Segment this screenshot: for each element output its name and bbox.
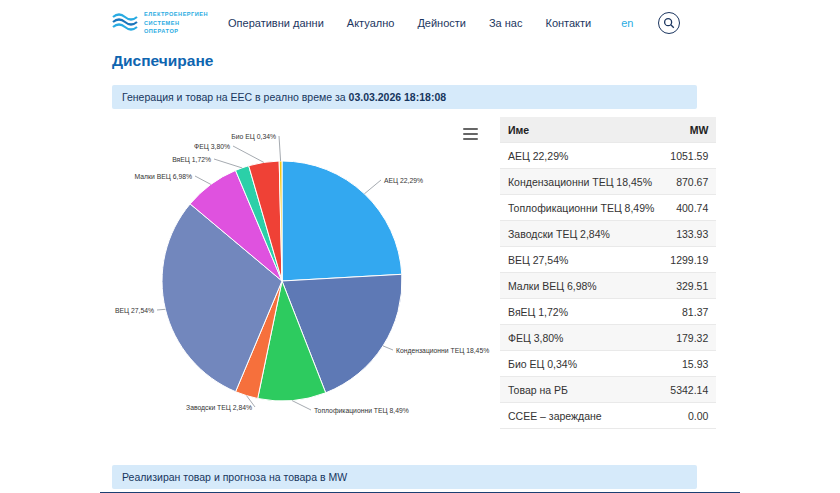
row-name-cell: Био ЕЦ 0,34% [500, 351, 662, 377]
chart-and-table-row: АЕЦ 22,29%Кондензационни ТЕЦ 18,45%Топло… [112, 115, 697, 455]
pie-chart-svg: АЕЦ 22,29%Кондензационни ТЕЦ 18,45%Топло… [112, 115, 492, 450]
forecast-banner: Реализиран товар и прогноза на товара в … [112, 465, 697, 489]
logo-line-1: ЕЛЕКТРОЕНЕРГИЕН [144, 10, 208, 19]
table-row: ССЕЕ – зареждане0.00 [500, 403, 716, 429]
row-mw-cell: 81.37 [662, 299, 716, 325]
main-nav: Оперативни данни Актуално Дейности За на… [228, 17, 591, 29]
table-row: ВяЕЦ 1,72%81.37 [500, 299, 716, 325]
pie-slice-label: ВяЕЦ 1,72% [172, 156, 211, 164]
row-name-cell: Кондензационни ТЕЦ 18,45% [500, 169, 662, 195]
row-mw-cell: 179.32 [662, 325, 716, 351]
realtime-banner: Генерация и товар на ЕЕС в реално време … [112, 85, 697, 109]
table-row: Кондензационни ТЕЦ 18,45%870.67 [500, 169, 716, 195]
eso-webpage: ЕЛЕКТРОЕНЕРГИЕН СИСТЕМЕН ОПЕРАТОР Операт… [0, 0, 840, 493]
pie-label-connector [214, 159, 242, 168]
row-name-cell: Заводски ТЕЦ 2,84% [500, 221, 662, 247]
logo-text: ЕЛЕКТРОЕНЕРГИЕН СИСТЕМЕН ОПЕРАТОР [144, 10, 208, 36]
nav-item-activities[interactable]: Дейности [417, 17, 466, 29]
table-row: Заводски ТЕЦ 2,84%133.93 [500, 221, 716, 247]
row-name-cell: ФЕЦ 3,80% [500, 325, 662, 351]
pie-label-connector [364, 180, 381, 194]
pie-label-connector [157, 309, 165, 310]
generation-pie-chart: АЕЦ 22,29%Кондензационни ТЕЦ 18,45%Топло… [112, 115, 492, 455]
pie-slice-label: Заводски ТЕЦ 2,84% [186, 404, 252, 412]
pie-slice-label: АЕЦ 22,29% [384, 177, 423, 185]
row-name-cell: Малки ВЕЦ 6,98% [500, 273, 662, 299]
chart-context-menu-button[interactable] [461, 123, 480, 145]
pie-slice-label: Био ЕЦ 0,34% [231, 133, 276, 141]
row-name-cell: Топлофикационни ТЕЦ 8,49% [500, 195, 662, 221]
row-mw-cell: 1299.19 [662, 247, 716, 273]
search-button[interactable] [658, 12, 680, 34]
table-row: Малки ВЕЦ 6,98%329.51 [500, 273, 716, 299]
nav-item-news[interactable]: Актуално [347, 17, 395, 29]
nav-item-contacts[interactable]: Контакти [545, 17, 591, 29]
table-row: Топлофикационни ТЕЦ 8,49%400.74 [500, 195, 716, 221]
logo-line-2: СИСТЕМЕН [144, 19, 208, 28]
page-title: Диспечиране [112, 52, 697, 70]
table-row: АЕЦ 22,29%1051.59 [500, 143, 716, 169]
logo-line-3: ОПЕРАТОР [144, 27, 208, 36]
row-mw-cell: 0.00 [662, 403, 716, 429]
row-name-cell: АЕЦ 22,29% [500, 143, 662, 169]
table-row: ФЕЦ 3,80%179.32 [500, 325, 716, 351]
page-content: Диспечиране Генерация и товар на ЕЕС в р… [112, 52, 697, 489]
pie-slice-label: ВЕЦ 27,54% [115, 307, 154, 315]
pie-slice-label: ФЕЦ 3,80% [194, 143, 230, 151]
forecast-banner-text: Реализиран товар и прогноза на товара в … [122, 471, 347, 483]
row-mw-cell: 329.51 [662, 273, 716, 299]
top-navbar: ЕЛЕКТРОЕНЕРГИЕН СИСТЕМЕН ОПЕРАТОР Операт… [0, 0, 840, 40]
row-mw-cell: 15.93 [662, 351, 716, 377]
nav-item-about[interactable]: За нас [489, 17, 523, 29]
pie-label-connector [233, 146, 264, 162]
language-switch-en[interactable]: en [621, 17, 633, 29]
table-header-name: Име [500, 117, 662, 143]
row-mw-cell: 1051.59 [662, 143, 716, 169]
pie-slice-label: Топлофикационни ТЕЦ 8,49% [314, 407, 409, 415]
row-name-cell: ВЕЦ 27,54% [500, 247, 662, 273]
realtime-banner-text: Генерация и товар на ЕЕС в реално време … [122, 91, 346, 103]
hamburger-icon [463, 128, 478, 140]
row-name-cell: ССЕЕ – зареждане [500, 403, 662, 429]
logo-wave-icon [112, 11, 138, 35]
row-mw-cell: 870.67 [662, 169, 716, 195]
table-header-mw: MW [662, 117, 716, 143]
pie-slice-label: Малки ВЕЦ 6,98% [135, 173, 192, 181]
realtime-banner-datetime: 03.03.2026 18:18:08 [349, 91, 447, 103]
row-mw-cell: 400.74 [662, 195, 716, 221]
pie-label-connector [383, 346, 393, 350]
nav-item-operational-data[interactable]: Оперативни данни [228, 17, 324, 29]
table-row: Товар на РБ5342.14 [500, 377, 716, 403]
row-name-cell: Товар на РБ [500, 377, 662, 403]
table-header-row: Име MW [500, 117, 716, 143]
pie-slice-label: Кондензационни ТЕЦ 18,45% [396, 347, 489, 355]
row-mw-cell: 5342.14 [662, 377, 716, 403]
logo[interactable]: ЕЛЕКТРОЕНЕРГИЕН СИСТЕМЕН ОПЕРАТОР [112, 10, 208, 36]
table-row: Био ЕЦ 0,34%15.93 [500, 351, 716, 377]
search-icon [662, 16, 676, 30]
table-row: ВЕЦ 27,54%1299.19 [500, 247, 716, 273]
generation-table-body: АЕЦ 22,29%1051.59Кондензационни ТЕЦ 18,4… [500, 143, 716, 429]
pie-label-connector [279, 136, 281, 161]
pie-label-connector [292, 401, 311, 410]
generation-table: Име MW АЕЦ 22,29%1051.59Кондензационни Т… [500, 117, 690, 455]
pie-label-connector [195, 176, 211, 184]
row-mw-cell: 133.93 [662, 221, 716, 247]
row-name-cell: ВяЕЦ 1,72% [500, 299, 662, 325]
